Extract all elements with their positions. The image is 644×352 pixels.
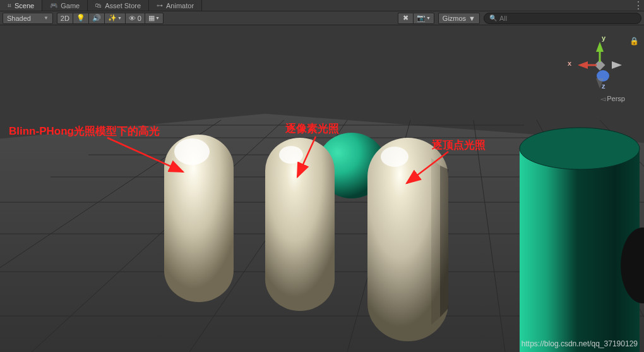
scene-render xyxy=(0,25,644,352)
svg-marker-31 xyxy=(578,61,588,69)
svg-rect-18 xyxy=(520,149,640,352)
animator-icon: ⊶ xyxy=(157,2,163,9)
toggle-hidden-button[interactable]: 👁 0 xyxy=(125,13,145,24)
gizmos-label: Gizmos xyxy=(443,15,466,22)
tab-label: Asset Store xyxy=(105,2,141,9)
search-field[interactable]: 🔍 xyxy=(484,13,641,24)
gizmos-dropdown[interactable]: Gizmos ▼ xyxy=(438,13,480,24)
chevron-down-icon: ▼ xyxy=(426,16,431,20)
camera-settings-button[interactable]: 📷▼ xyxy=(413,13,434,24)
tab-bar: ⌗ Scene 🎮 Game 🛍 Asset Store ⊶ Animator … xyxy=(0,0,644,11)
annotation-per-pixel: 逐像素光照 xyxy=(285,121,339,136)
hidden-count: 0 xyxy=(138,15,141,22)
perspective-icon: ◅ xyxy=(600,95,605,102)
lightbulb-icon: 💡 xyxy=(76,14,85,22)
tab-game[interactable]: 🎮 Game xyxy=(42,0,88,11)
shading-mode-dropdown[interactable]: Shaded ▼ xyxy=(3,13,53,24)
watermark: https://blog.csdn.net/qq_37190129 xyxy=(522,339,638,348)
chevron-down-icon: ▼ xyxy=(155,16,160,20)
projection-label[interactable]: ◅Persp xyxy=(600,95,625,103)
chevron-down-icon: ▼ xyxy=(117,16,122,20)
axis-y-label: y xyxy=(602,34,605,42)
fx-icon: ✨ xyxy=(108,14,117,22)
search-input[interactable] xyxy=(499,15,636,22)
tab-label: Animator xyxy=(166,2,194,9)
tool-settings-button[interactable]: ✖ xyxy=(398,13,413,24)
svg-point-23 xyxy=(279,146,303,164)
audio-icon: 🔊 xyxy=(92,14,101,22)
bag-icon: 🛍 xyxy=(95,2,102,9)
svg-marker-34 xyxy=(612,61,622,69)
scene-icon: ⌗ xyxy=(8,2,11,9)
svg-point-24 xyxy=(174,138,210,165)
eye-off-icon: 👁 xyxy=(129,15,136,22)
axis-z-label: z xyxy=(602,82,605,90)
svg-marker-29 xyxy=(596,42,604,52)
orientation-gizmo[interactable]: y x z xyxy=(571,37,628,94)
scene-toolbar: Shaded ▼ 2D 💡 🔊 ✨▼ 👁 0 ▦▼ ✖ 📷▼ Gizmos ▼ … xyxy=(0,11,644,25)
toggle-fx-button[interactable]: ✨▼ xyxy=(104,13,125,24)
tab-animator[interactable]: ⊶ Animator xyxy=(149,0,202,11)
toggle-grid-button[interactable]: ▦▼ xyxy=(145,13,164,24)
toggle-audio-button[interactable]: 🔊 xyxy=(88,13,104,24)
toggle-2d-button[interactable]: 2D xyxy=(57,13,73,24)
tab-label: Game xyxy=(61,2,80,9)
axis-x-label: x xyxy=(568,59,571,67)
tab-label: Scene xyxy=(15,2,34,9)
scene-viewport[interactable]: Blinn-PHong光照模型下的高光 逐像素光照 逐顶点光照 xyxy=(0,25,644,352)
tab-asset-store[interactable]: 🛍 Asset Store xyxy=(88,0,149,11)
gamepad-icon: 🎮 xyxy=(50,2,57,9)
grid-icon: ▦ xyxy=(148,14,155,22)
shading-mode-label: Shaded xyxy=(7,15,31,22)
tab-overflow-menu[interactable]: ⋮ xyxy=(633,0,644,11)
lock-icon[interactable]: 🔒 xyxy=(629,37,639,46)
annotation-per-vertex: 逐顶点光照 xyxy=(432,138,486,152)
chevron-down-icon: ▼ xyxy=(44,15,49,21)
search-icon: 🔍 xyxy=(489,15,497,21)
annotation-blinn-phong: Blinn-PHong光照模型下的高光 xyxy=(9,124,160,138)
chevron-down-icon: ▼ xyxy=(468,15,475,22)
tools-icon: ✖ xyxy=(403,14,408,22)
tab-scene[interactable]: ⌗ Scene xyxy=(0,0,42,11)
camera-icon: 📷 xyxy=(417,14,426,22)
toggle-lighting-button[interactable]: 💡 xyxy=(73,13,88,24)
svg-point-22 xyxy=(381,147,408,167)
